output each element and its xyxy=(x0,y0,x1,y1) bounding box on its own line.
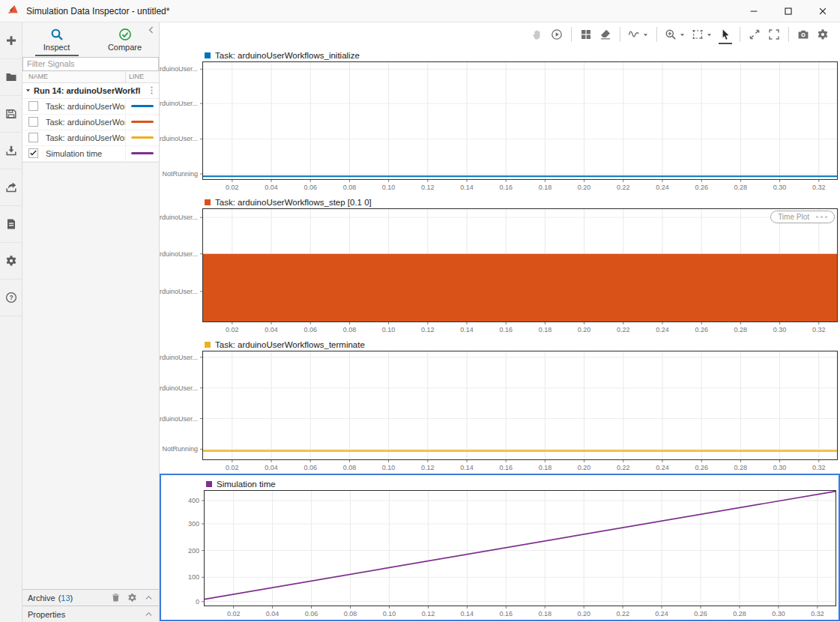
plot-area[interactable]: 0.020.040.060.080.100.120.140.160.180.20… xyxy=(161,490,839,620)
svg-text:0.28: 0.28 xyxy=(734,184,748,191)
plot-legend: Simulation time xyxy=(161,475,839,490)
svg-text:NotRunning: NotRunning xyxy=(162,445,198,453)
archive-section-header[interactable]: Archive (13) xyxy=(22,589,159,606)
plot-area[interactable]: 0.020.040.060.080.100.120.140.160.180.20… xyxy=(160,208,840,336)
run-menu-icon[interactable] xyxy=(147,85,157,95)
plot-legend: Task: arduinoUserWorkflows_step [0.1 0] xyxy=(160,193,840,208)
subplot-step[interactable]: Task: arduinoUserWorkflows_step [0.1 0]0… xyxy=(160,193,840,336)
expand-icon xyxy=(749,28,761,40)
signal-line-swatch xyxy=(131,121,154,124)
toolbar-divider xyxy=(656,27,657,42)
tab-inspect[interactable]: Inspect xyxy=(22,22,91,56)
settings-button[interactable] xyxy=(813,25,833,43)
svg-text:0.20: 0.20 xyxy=(578,464,591,471)
replay-button[interactable] xyxy=(547,25,566,43)
signal-label: Task: arduinoUserWor xyxy=(46,133,125,142)
import-button[interactable] xyxy=(0,133,22,169)
trash-icon[interactable] xyxy=(111,593,121,603)
signal-line-swatch xyxy=(131,152,154,155)
create-report-button[interactable] xyxy=(0,206,22,243)
svg-text:0.10: 0.10 xyxy=(382,184,396,191)
subplot-terminate[interactable]: Task: arduinoUserWorkflows_terminate0.02… xyxy=(160,336,840,474)
expand-caret-icon[interactable] xyxy=(25,87,31,94)
svg-text:0.26: 0.26 xyxy=(695,464,708,471)
add-button[interactable] xyxy=(0,22,22,59)
export-button[interactable] xyxy=(0,169,22,206)
archive-count[interactable]: 13 xyxy=(61,594,70,603)
clear-plots-button[interactable] xyxy=(596,25,615,43)
minimize-button[interactable] xyxy=(737,0,771,22)
toolbar-divider xyxy=(620,27,620,42)
svg-text:0.06: 0.06 xyxy=(303,326,317,333)
help-button[interactable] xyxy=(0,280,22,316)
minimize-icon xyxy=(749,6,759,16)
svg-text:0.20: 0.20 xyxy=(577,610,590,618)
signal-checkbox[interactable] xyxy=(28,101,38,111)
svg-text:0.02: 0.02 xyxy=(227,610,241,618)
legend-swatch xyxy=(205,52,211,58)
signal-checkbox[interactable] xyxy=(28,133,38,142)
svg-text:400: 400 xyxy=(188,497,199,504)
signal-row[interactable]: Task: arduinoUserWor xyxy=(22,115,159,130)
signal-checkbox[interactable] xyxy=(28,117,38,127)
left-toolbar xyxy=(0,22,22,622)
subplot-initialize[interactable]: Task: arduinoUserWorkflows_initialize0.0… xyxy=(160,46,840,193)
close-button[interactable] xyxy=(806,0,840,22)
maximize-button[interactable] xyxy=(771,0,806,22)
svg-text:0.30: 0.30 xyxy=(772,610,785,618)
svg-text:arduinoUser...: arduinoUser... xyxy=(160,65,198,73)
signal-row[interactable]: Task: arduinoUserWor xyxy=(22,99,159,115)
svg-text:0.18: 0.18 xyxy=(539,464,552,471)
svg-text:arduinoUser...: arduinoUser... xyxy=(160,384,198,392)
svg-text:0.08: 0.08 xyxy=(343,326,357,333)
snapshot-button[interactable] xyxy=(794,25,813,43)
signal-checkbox[interactable] xyxy=(28,148,38,158)
save-button[interactable] xyxy=(0,96,22,133)
svg-text:0.22: 0.22 xyxy=(617,464,630,471)
filter-signals-input[interactable] xyxy=(22,57,159,71)
svg-text:arduinoUser...: arduinoUser... xyxy=(160,100,198,107)
signal-row[interactable]: Simulation time xyxy=(22,146,159,162)
svg-text:0.32: 0.32 xyxy=(812,464,826,471)
collapse-sidebar-button[interactable] xyxy=(146,25,157,35)
svg-text:0.04: 0.04 xyxy=(265,326,278,333)
fit-to-view-button[interactable] xyxy=(689,25,716,43)
svg-text:0.06: 0.06 xyxy=(303,464,317,471)
preferences-button[interactable] xyxy=(0,243,22,280)
time-plot-badge[interactable]: Time Plot xyxy=(770,211,835,223)
zoom-button[interactable] xyxy=(662,25,689,43)
properties-section-header[interactable]: Properties xyxy=(22,606,159,622)
check-icon xyxy=(29,149,37,157)
svg-text:0: 0 xyxy=(196,598,199,606)
svg-text:0.28: 0.28 xyxy=(733,610,746,618)
signal-trace xyxy=(205,492,836,600)
gear-icon[interactable] xyxy=(127,593,137,603)
expand-button[interactable] xyxy=(745,25,764,43)
subplot-layout-button[interactable] xyxy=(576,25,596,43)
svg-text:0.26: 0.26 xyxy=(694,610,707,618)
column-name-header: NAME xyxy=(22,73,125,80)
grid-icon xyxy=(580,28,592,40)
run-row[interactable]: Run 14: arduinoUserWorkfl xyxy=(22,83,159,99)
signal-style-button[interactable] xyxy=(625,25,652,43)
legend-label: Task: arduinoUserWorkflows_initialize xyxy=(215,51,360,60)
legend-label: Task: arduinoUserWorkflows_terminate xyxy=(215,340,365,349)
subplot-simulation-time[interactable]: Simulation time0.020.040.060.080.100.120… xyxy=(160,474,840,621)
main-area: Task: arduinoUserWorkflows_initialize0.0… xyxy=(160,22,840,622)
plot-area[interactable]: 0.020.040.060.080.100.120.140.160.180.20… xyxy=(160,351,840,474)
svg-text:0.12: 0.12 xyxy=(421,184,435,191)
fullscreen-button[interactable] xyxy=(764,25,784,43)
wave-icon xyxy=(628,28,640,40)
plot-area[interactable]: 0.020.040.060.080.100.120.140.160.180.20… xyxy=(160,61,840,193)
svg-text:0.24: 0.24 xyxy=(656,184,669,191)
chevron-up-icon[interactable] xyxy=(144,593,154,603)
signal-row[interactable]: Task: arduinoUserWor xyxy=(22,130,159,146)
open-button[interactable] xyxy=(0,59,22,96)
signal-label: Task: arduinoUserWor xyxy=(46,102,125,111)
pointer-button[interactable] xyxy=(716,25,735,43)
matlab-logo-icon xyxy=(7,5,20,16)
svg-text:0.02: 0.02 xyxy=(226,184,239,191)
badge-options-icon[interactable] xyxy=(814,216,827,219)
signal-line-swatch xyxy=(131,105,154,108)
chevron-up-icon[interactable] xyxy=(144,609,154,619)
